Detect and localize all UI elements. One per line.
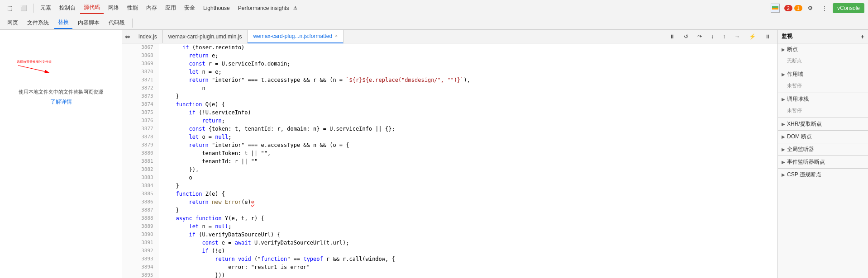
tab-snippets[interactable]: 代码段 [105,17,129,28]
scope-header[interactable]: ▶ 作用域 [778,68,868,80]
left-panel: 选择放置替换项的文件类 使用本地文件夹中的文件替换网页资源 了解详情 [0,30,122,278]
line-code: let n = null; [158,222,777,231]
table-row: 3894 error: "restur1 is error" [122,263,777,271]
scope-content: 未暂停 [778,80,868,93]
resume-btn[interactable]: ↺ [680,32,692,42]
table-row: 3874 function Q(e) { [122,100,777,108]
section-breakpoints: ▶ 断点 无断点 [778,43,868,68]
table-row: 3869 const r = U.serviceInfo.domain; [122,60,777,68]
performance-icon: ⚠ [293,5,297,10]
tab-elements[interactable]: 元素 [37,2,55,14]
second-toolbar: 网页 文件系统 替换 内容脚本 代码段 [0,16,868,30]
line-number: 3879 [122,141,158,149]
dom-header[interactable]: ▶ DOM 断点 [778,131,868,143]
tab-application[interactable]: 应用 [162,2,180,14]
xhr-header[interactable]: ▶ XHR/提取断点 [778,118,868,130]
line-number: 3877 [122,125,158,133]
table-row: 3877 const {token: t, tenantId: r, domai… [122,125,777,133]
pause-on-exceptions-btn[interactable]: ⏸ [761,32,774,42]
csp-header[interactable]: ▶ CSP 违规断点 [778,169,868,181]
tab-lighthouse[interactable]: Lighthouse [200,3,234,13]
cursor-btn[interactable]: ⬚ [4,3,16,13]
section-csp: ▶ CSP 违规断点 [778,169,868,181]
table-row: 3888 async function Y(e, t, r) { [122,214,777,222]
settings-btn[interactable]: ⚙ [804,3,816,13]
line-code: if (!e) [158,247,777,255]
tab-replace[interactable]: 替换 [54,17,72,29]
line-number: 3891 [122,239,158,247]
table-row: 3878 let o = null; [122,133,777,141]
tab-memory[interactable]: 内存 [143,2,161,14]
error-badge: 2 [784,5,792,11]
table-row: 3891 const e = await U.verifyDataSourceU… [122,239,777,247]
separator-2 [132,19,133,28]
expand-monitor-btn[interactable]: + [861,33,864,40]
callstack-label: 调用堆栈 [787,95,809,103]
tab-sources[interactable]: 源代码 [80,2,104,14]
table-row: 3892 if (!e) [122,247,777,255]
line-number: 3895 [122,271,158,278]
tab-performance[interactable]: 性能 [124,2,142,14]
tab-performance-insights[interactable]: Performance insights [234,3,293,13]
callstack-header[interactable]: ▶ 调用堆栈 [778,93,868,105]
breakpoints-empty: 无断点 [787,58,802,63]
pause-btn[interactable]: ⏸ [666,32,678,42]
breakpoints-header[interactable]: ▶ 断点 [778,43,868,56]
line-code: let o = null; [158,133,777,141]
step-over-btn[interactable]: ↷ [694,32,706,42]
tab-formatted[interactable]: wemax-card-plug...n.js:formatted × [248,30,343,43]
line-number: 3875 [122,108,158,117]
event-label: 事件监听器断点 [787,158,825,166]
line-number: 3876 [122,117,158,125]
line-code: return new Error(e)⊗ [158,198,777,206]
line-number: 3885 [122,190,158,198]
inspect-btn[interactable]: ⬜ [17,3,31,13]
global-header[interactable]: ▶ 全局监听器 [778,143,868,155]
scope-arrow: ▶ [782,72,785,77]
section-scope: ▶ 作用域 未暂停 [778,68,868,93]
tab-content-script[interactable]: 内容脚本 [74,17,103,28]
deactivate-breakpoints-btn[interactable]: ⚡ [745,32,759,42]
line-number: 3882 [122,165,158,174]
main-layout: 选择放置替换项的文件类 使用本地文件夹中的文件替换网页资源 了解详情 ⇔ ind… [0,30,868,278]
tab-security[interactable]: 安全 [181,2,199,14]
table-row: 3870 let n = e; [122,68,777,76]
line-number: 3884 [122,182,158,190]
table-row: 3875 if (!U.serviceInfo) [122,108,777,117]
event-header[interactable]: ▶ 事件监听器断点 [778,156,868,168]
tab-console[interactable]: 控制台 [56,2,79,14]
code-scroll[interactable]: 3867 if (toser.receinto)3868 return e;38… [122,43,777,278]
section-event: ▶ 事件监听器断点 [778,156,868,169]
step-into-btn[interactable]: ↓ [707,32,717,42]
callstack-empty: 未暂停 [787,108,802,113]
table-row: 3883 o [122,174,777,182]
tab-filesystem[interactable]: 文件系统 [24,17,52,28]
toggle-sidebar-btn[interactable]: ⇔ [122,33,133,40]
more-btn[interactable]: ⋮ [818,3,831,13]
tab-network[interactable]: 网络 [105,2,123,14]
top-toolbar: ⬚ ⬜ 元素 控制台 源代码 网络 性能 内存 应用 安全 Lighthouse… [0,0,868,16]
line-code: if (!U.serviceInfo) [158,108,777,117]
line-code: tenantId: r || "" [158,157,777,165]
line-number: 3867 [122,43,158,52]
right-panel: 监视 + ▶ 断点 无断点 ▶ 作用域 未暂停 ▶ 调用堆栈 [777,30,868,278]
line-code: let n = e; [158,68,777,76]
step-btn[interactable]: → [731,32,744,42]
tab-close-icon[interactable]: × [335,33,338,38]
line-number: 3880 [122,149,158,157]
vconsole-btn[interactable]: vConsole [833,3,864,13]
tab-webpage[interactable]: 网页 [4,17,22,28]
line-number: 3873 [122,92,158,100]
line-code: error: "restur1 is error" [158,263,777,271]
line-code: return e; [158,52,777,60]
tab-umd[interactable]: wemax-card-plugin.umd.min.js [163,30,248,43]
step-out-btn[interactable]: ↑ [719,32,729,42]
table-row: 3872 n [122,84,777,92]
learn-more-link[interactable]: 了解详情 [50,98,72,106]
tab-indexjs[interactable]: index.js [133,30,163,43]
line-number: 3887 [122,206,158,214]
line-code: }), [158,165,777,174]
section-global: ▶ 全局监听器 [778,143,868,156]
warning-badge: 1 [794,5,802,11]
line-number: 3894 [122,263,158,271]
